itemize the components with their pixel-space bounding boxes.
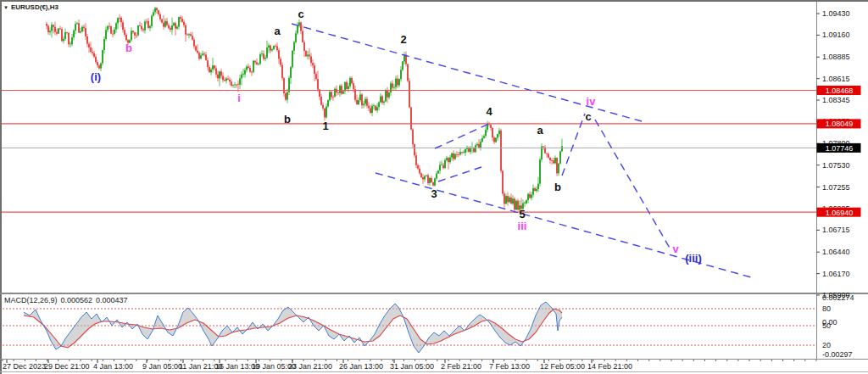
wave-label: 2 [400,33,406,46]
candle-up [339,86,341,93]
candle-down [236,85,237,86]
candle-down [361,94,363,105]
macd-name: MACD(12,26,9) [4,296,58,304]
candle-up [380,96,381,102]
candle-up [497,134,498,137]
candle-down [141,26,142,30]
time-axis-label: 2 Feb 21:00 [441,362,481,371]
candle-down [168,25,170,29]
candle-down [192,36,193,39]
time-axis-label: 23 Jan 21:00 [288,362,332,371]
candle-down [514,198,515,209]
candle-down [195,47,197,51]
candle-down [85,28,86,36]
candle-up [459,152,461,154]
chart-canvas[interactable]: ca2b1435abcbiiiiivv(i)(iii)1.094301.0916… [0,0,868,374]
pane-divider[interactable] [0,293,868,294]
candle-down [546,154,548,154]
candle-up [63,39,64,41]
candle-up [154,8,156,12]
candle-up [429,178,431,183]
candle-up [436,174,437,179]
candle-down [283,78,285,93]
candle-up [295,33,297,42]
candle-up [483,136,485,138]
candle-up [75,24,76,31]
candle-up [532,188,534,195]
candle-up [480,142,481,148]
candle-down [315,74,317,79]
left-border [0,0,2,374]
candle-down [332,97,334,98]
candle-up [376,107,378,110]
price-tag-red-text: 1.08049 [826,120,854,128]
candle-up [444,160,446,168]
candle-down [180,17,181,19]
candle-down [222,75,224,80]
candle-up [246,66,248,70]
candle-down [112,34,114,35]
candle-down [504,193,505,204]
top-border [0,0,868,2]
candle-down [254,61,256,63]
candle-down [490,125,492,128]
candle-up [293,42,295,51]
candle-up [137,25,139,36]
candle-down [285,93,287,100]
candle-up [383,101,385,103]
price-axis-label: 1.06715 [822,226,850,234]
candle-down [134,32,136,36]
candle-up [451,154,453,158]
candle-up [388,92,390,98]
candle-up [173,23,175,25]
candle-up [151,16,153,26]
time-axis-label: 31 Jan 05:00 [390,362,434,371]
candle-down [120,18,122,22]
price-axis-label: 1.08885 [822,53,850,61]
candle-down [510,198,512,204]
candle-down [47,26,49,33]
candle-up [242,74,244,75]
candle-down [456,154,458,155]
candle-down [309,54,310,56]
price-axis-label: 1.06170 [822,270,850,278]
candle-up [524,203,526,204]
candle-up [131,31,132,40]
candle-up [390,83,392,92]
candle-up [348,87,349,89]
candle-down [415,155,417,165]
candle-down [147,21,149,28]
candle-down [46,24,47,26]
macd-scale-bottom: -0.00297 [822,350,853,359]
candle-up [526,200,527,204]
candle-down [158,10,159,14]
candle-up [258,64,259,64]
candle-up [326,107,327,118]
candle-up [363,103,364,105]
candle-up [400,70,402,79]
wave-label: 4 [486,105,492,118]
candle-down [193,40,195,47]
candle-down [229,80,231,81]
candle-up [103,39,105,50]
time-axis-label: 4 Jan 13:00 [93,362,133,371]
time-axis-label: 29 Dec 21:00 [44,362,90,371]
candle-up [561,146,563,151]
candle-up [402,61,403,70]
candle-down [281,65,283,78]
candle-up [287,92,288,100]
candle-down [217,75,219,79]
candle-up [378,103,380,108]
candle-up [437,170,439,173]
candle-up [49,31,51,32]
candle-up [495,137,497,142]
chevron-down-icon[interactable]: ▼ [3,5,8,10]
macd-scale-top: 0.002274 [822,293,854,302]
main-chart-pane[interactable] [2,2,816,293]
candle-up [271,49,273,50]
candle-up [107,26,108,31]
candle-up [398,79,400,85]
candle-up [463,152,465,153]
candle-down [66,32,68,33]
symbol-selector[interactable]: ▼ EURUSD(€),H3 [3,3,58,11]
